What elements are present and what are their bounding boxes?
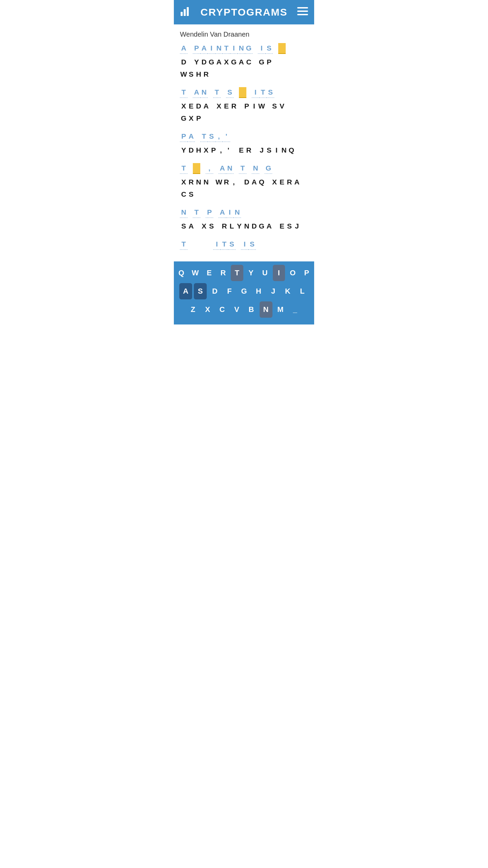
sol-letter[interactable]: N (200, 87, 208, 98)
sol-letter[interactable]: N (180, 207, 187, 218)
sol-letter[interactable]: N (233, 207, 241, 218)
word-unit: P A (180, 131, 195, 142)
key-p[interactable]: P (301, 265, 313, 281)
ciph-letter: W (215, 177, 223, 188)
sol-letter[interactable]: A (219, 207, 226, 218)
sol-letter[interactable]: T (193, 207, 200, 218)
sol-letter[interactable]: ' (223, 131, 230, 142)
ciph-letter: G (258, 221, 265, 232)
key-r[interactable]: R (217, 265, 229, 281)
key-o[interactable]: O (287, 265, 299, 281)
key-x[interactable]: X (201, 301, 214, 318)
svg-rect-1 (184, 9, 186, 16)
sol-letter[interactable]: A (180, 43, 187, 54)
solution-row-2: T A N T S (180, 87, 308, 99)
app-title: Cryptograms (200, 6, 287, 18)
key-i[interactable]: I (273, 265, 285, 281)
word-unit: X E D A (180, 101, 210, 112)
key-s[interactable]: S (194, 283, 207, 299)
key-k[interactable]: K (281, 283, 294, 299)
sol-letter[interactable]: I (230, 43, 238, 54)
sol-letter[interactable]: T (180, 239, 187, 250)
key-h[interactable]: H (252, 283, 265, 299)
sol-letter[interactable]: I (213, 239, 221, 250)
sol-letter[interactable]: T (223, 43, 230, 54)
word-ciph: G P (258, 57, 273, 67)
key-b[interactable]: B (245, 301, 258, 318)
key-l[interactable]: L (296, 283, 309, 299)
sol-letter[interactable]: N (226, 163, 233, 174)
word-unit: G X P (180, 113, 202, 124)
sol-letter[interactable]: G (245, 43, 252, 54)
ciph-letter: X (180, 101, 187, 112)
menu-icon[interactable] (297, 7, 308, 18)
key-m[interactable]: M (274, 301, 287, 318)
sol-letter[interactable]: , (206, 163, 213, 174)
key-c[interactable]: C (216, 301, 229, 318)
key-underscore[interactable]: _ (289, 301, 302, 318)
sol-letter[interactable]: A (187, 131, 195, 142)
sol-letter[interactable]: T (200, 131, 208, 142)
sol-letter[interactable]: T (259, 87, 267, 98)
key-n[interactable]: N (260, 301, 272, 318)
key-j[interactable]: J (267, 283, 280, 299)
word-ciph: D (180, 57, 187, 67)
sol-letter[interactable]: I (226, 207, 233, 218)
word-ciph: P I W (243, 101, 265, 112)
sol-letter[interactable]: P (180, 131, 187, 142)
sol-letter-selected[interactable] (278, 43, 286, 54)
sol-letter[interactable]: S (267, 87, 274, 98)
ciph-letter: G (180, 113, 187, 124)
cipher-row-1: D Y D G A X G A C G P (180, 57, 308, 81)
solution-row-6: T I T S I S (180, 239, 308, 251)
key-w[interactable]: W (189, 265, 201, 281)
sol-letter[interactable]: I (252, 87, 259, 98)
sol-letter[interactable]: N (238, 43, 245, 54)
sol-letter[interactable]: T (239, 163, 246, 174)
sol-letter[interactable]: T (180, 163, 187, 174)
ciph-letter: X (202, 145, 210, 156)
sol-letter-selected[interactable] (239, 87, 246, 98)
sol-letter[interactable]: A (219, 163, 226, 174)
sol-letter[interactable]: S (228, 239, 236, 250)
sol-letter[interactable]: , (215, 131, 223, 142)
sol-letter[interactable]: A (193, 87, 200, 98)
sol-letter[interactable]: I (258, 43, 265, 54)
solution-row-4: T , A N T (180, 163, 308, 175)
word-unit: I S (241, 239, 256, 250)
word-ciph: E R (238, 145, 252, 156)
sol-letter[interactable]: I (208, 43, 215, 54)
key-q[interactable]: Q (175, 265, 187, 281)
sol-letter[interactable]: S (248, 239, 256, 250)
sol-letter[interactable]: T (180, 87, 187, 98)
sol-letter-selected[interactable] (193, 163, 200, 174)
sol-letter[interactable]: A (200, 43, 208, 54)
key-u[interactable]: U (259, 265, 271, 281)
key-e[interactable]: E (203, 265, 215, 281)
ciph-letter: S (286, 221, 293, 232)
key-v[interactable]: V (230, 301, 243, 318)
key-a[interactable]: A (179, 283, 192, 299)
stats-icon[interactable] (180, 6, 191, 19)
sol-letter[interactable]: G (265, 163, 272, 174)
sol-letter[interactable]: S (226, 87, 233, 98)
sol-letter[interactable]: N (215, 43, 223, 54)
sol-letter[interactable]: P (206, 207, 213, 218)
key-z[interactable]: Z (187, 301, 200, 318)
sol-letter[interactable]: T (221, 239, 228, 250)
key-t[interactable]: T (231, 265, 243, 281)
word-sol (278, 43, 286, 54)
sol-letter[interactable]: P (193, 43, 200, 54)
key-d[interactable]: D (208, 283, 221, 299)
key-g[interactable]: G (238, 283, 250, 299)
sol-letter[interactable]: S (265, 43, 273, 54)
ciph-letter: H (195, 145, 202, 156)
sol-letter[interactable]: S (208, 131, 215, 142)
word-sol: I T S (252, 87, 274, 98)
sol-letter[interactable]: T (213, 87, 221, 98)
key-f[interactable]: F (223, 283, 236, 299)
ciph-letter: E (278, 177, 286, 188)
sol-letter[interactable]: N (252, 163, 259, 174)
sol-letter[interactable]: I (241, 239, 248, 250)
key-y[interactable]: Y (245, 265, 257, 281)
